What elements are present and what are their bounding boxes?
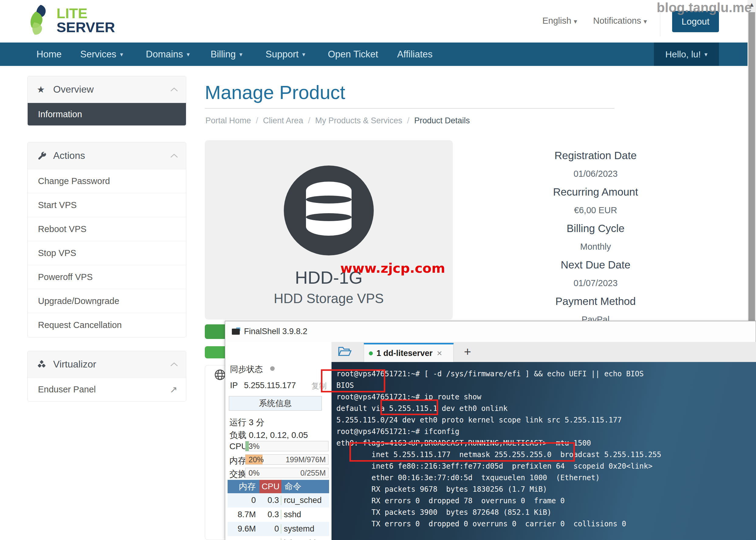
action-request-cancellation[interactable]: Request Cancellation <box>28 313 186 337</box>
caret-down-icon: ▾ <box>120 51 123 58</box>
notifications-label: Notifications <box>593 16 641 26</box>
nav-billing[interactable]: Billing▾ <box>211 43 242 66</box>
overview-card-header[interactable]: ★ Overview <box>28 76 186 103</box>
action-change-password[interactable]: Change Password <box>28 169 186 193</box>
process-row[interactable]: 0 0 kthreadd <box>227 536 329 540</box>
actions-card-header[interactable]: Actions <box>28 142 186 169</box>
system-info-button[interactable]: 系统信息 <box>229 396 322 411</box>
overview-title: Overview <box>53 84 170 95</box>
col-command[interactable]: 命令 <box>281 480 329 493</box>
terminal-line: BIOS <box>336 380 756 391</box>
breadcrumb-client-area[interactable]: Client Area <box>263 116 303 125</box>
caret-down-icon: ▾ <box>704 51 707 58</box>
sidebar-item-information[interactable]: Information <box>28 103 186 125</box>
breadcrumb-portal-home[interactable]: Portal Home <box>206 116 251 125</box>
action-stop-vps[interactable]: Stop VPS <box>28 241 186 265</box>
detail-value: Monthly <box>517 242 675 252</box>
chevron-up-icon <box>170 154 178 158</box>
tab-label: 1 dd-liteserver <box>377 349 433 358</box>
action-label: Change Password <box>38 176 110 186</box>
logout-label: Logout <box>681 16 709 27</box>
memory-detail: 199M/976M <box>286 455 326 464</box>
action-label: Stop VPS <box>38 248 76 258</box>
proc-cmd: systemd <box>281 524 329 534</box>
breadcrumb-separator: / <box>407 116 410 125</box>
nav-support-label: Support <box>265 49 299 60</box>
process-table: 内存 CPU 命令 0 0.3 rcu_sched 8.7M 0.3 sshd … <box>227 480 329 540</box>
proc-cmd: sshd <box>281 510 329 519</box>
cpu-meter-label: CPU <box>229 442 247 451</box>
proc-mem: 9.6M <box>227 524 259 534</box>
nav-open-ticket[interactable]: Open Ticket <box>328 43 378 66</box>
ip-address: 5.255.115.177 <box>244 381 296 390</box>
proc-cpu: 0 <box>259 538 281 540</box>
terminal-line: ether 00:16:3e:77:d0:5d txqueuelen 1000 … <box>336 472 756 483</box>
open-folder-icon[interactable] <box>338 345 352 357</box>
terminal-line: root@vps47651721:~# ifconfig <box>336 426 756 437</box>
detail-label: Billing Cycle <box>517 222 675 234</box>
action-label: Reboot VPS <box>38 224 86 234</box>
chevron-up-icon <box>170 362 178 366</box>
terminal-line: RX errors 0 dropped 78 overruns 0 frame … <box>336 495 756 507</box>
action-upgrade-downgrade[interactable]: Upgrade/Downgrade <box>28 289 186 313</box>
detail-value: 01/07/2023 <box>517 278 675 288</box>
site-watermark: blog.tanglu.me <box>657 0 752 15</box>
language-label: English <box>542 16 571 26</box>
logo-text-server: SERVER <box>57 20 115 34</box>
nav-open-ticket-label: Open Ticket <box>328 49 378 60</box>
action-label: Upgrade/Downgrade <box>38 296 119 306</box>
finalshell-titlebar[interactable]: FinalShell 3.9.8.2 <box>225 321 756 342</box>
nav-affiliates-label: Affiliates <box>397 49 433 60</box>
nav-domains[interactable]: Domains▾ <box>146 43 190 66</box>
col-memory[interactable]: 内存 <box>227 480 259 493</box>
nav-affiliates[interactable]: Affiliates <box>397 43 433 66</box>
database-icon <box>306 182 352 236</box>
new-tab-button[interactable]: + <box>464 345 471 359</box>
proc-cpu: 0 <box>259 524 281 534</box>
detail-value: €6,00 EUR <box>517 205 675 215</box>
sidebar-item-enduser-panel[interactable]: Enduser Panel ↗ <box>28 378 186 401</box>
star-icon: ★ <box>37 84 51 95</box>
process-table-header: 内存 CPU 命令 <box>227 480 329 493</box>
connected-dot-icon <box>369 351 373 355</box>
enduser-panel-label: Enduser Panel <box>38 384 170 394</box>
memory-percent: 20% <box>248 455 264 464</box>
terminal-line: TX packets 3900 bytes 872648 (852.1 KiB) <box>336 507 756 518</box>
nav-services[interactable]: Services▾ <box>80 43 123 66</box>
database-icon-stripe <box>306 196 352 203</box>
page-scrollbar-thumb[interactable] <box>748 12 755 355</box>
terminal-line: inet6 fe80::216:3eff:fe77:d05d prefixlen… <box>336 461 756 472</box>
tab-dd-liteserver[interactable]: 1 dd-liteserver × <box>364 343 454 362</box>
ip-label: IP <box>230 381 238 390</box>
process-row[interactable]: 8.7M 0.3 sshd <box>227 507 329 522</box>
liteserver-logo-icon <box>27 4 55 37</box>
database-icon-stripe <box>306 213 352 221</box>
col-cpu[interactable]: CPU <box>259 480 281 493</box>
card-watermark: www.zjcp.com <box>340 261 445 276</box>
user-menu[interactable]: Hello, lu!▾ <box>654 43 719 66</box>
terminal-tabstrip: 1 dd-liteserver × + <box>332 342 756 362</box>
caret-down-icon: ▾ <box>302 51 305 58</box>
finalshell-window-title: FinalShell 3.9.8.2 <box>244 327 308 336</box>
process-row[interactable]: 0 0.3 rcu_sched <box>227 493 329 507</box>
main-navbar: Home Services▾ Domains▾ Billing▾ Support… <box>0 43 756 66</box>
action-poweroff-vps[interactable]: Poweroff VPS <box>28 265 186 289</box>
wrench-icon <box>37 151 51 161</box>
action-reboot-vps[interactable]: Reboot VPS <box>28 217 186 241</box>
finalshell-window: FinalShell 3.9.8.2 同步状态 IP 5.255.115.177… <box>225 321 756 540</box>
action-start-vps[interactable]: Start VPS <box>28 193 186 217</box>
proc-cpu: 0.3 <box>259 496 281 505</box>
virtualizor-card-header[interactable]: Virtualizor <box>28 351 186 378</box>
nav-home[interactable]: Home <box>37 43 62 66</box>
nav-support[interactable]: Support▾ <box>265 43 305 66</box>
terminal-line: TX errors 0 dropped 0 overruns 0 carrier… <box>336 518 756 530</box>
language-dropdown[interactable]: English▾ <box>542 16 577 26</box>
process-row[interactable]: 9.6M 0 systemd <box>227 522 329 536</box>
caret-down-icon: ▾ <box>239 51 242 58</box>
notifications-dropdown[interactable]: Notifications▾ <box>593 16 647 26</box>
detail-value: 01/06/2023 <box>517 169 675 179</box>
nav-domains-label: Domains <box>146 49 183 60</box>
breadcrumb-my-products[interactable]: My Products & Services <box>315 116 402 125</box>
product-details-list: Registration Date 01/06/2023 Recurring A… <box>517 146 675 329</box>
tab-close-icon[interactable]: × <box>437 348 442 358</box>
